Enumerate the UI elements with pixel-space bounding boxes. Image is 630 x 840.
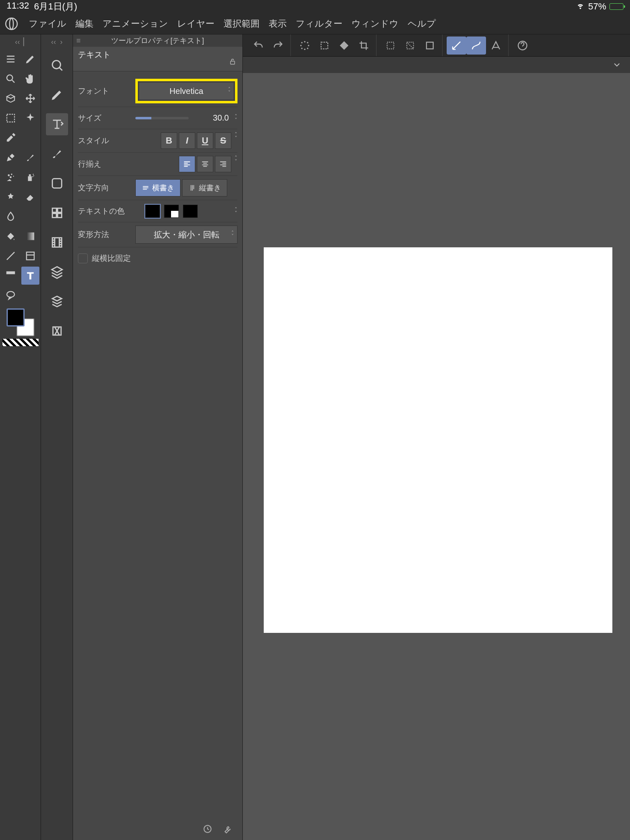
pen-icon[interactable] xyxy=(21,50,39,68)
transparency-swatch[interactable] xyxy=(2,339,39,346)
underline-button[interactable]: U xyxy=(197,132,213,149)
brush-icon[interactable] xyxy=(21,148,39,167)
bold-button[interactable]: B xyxy=(161,132,177,149)
subtool-grid-icon[interactable] xyxy=(46,202,68,224)
sparkle-icon[interactable] xyxy=(21,109,39,127)
frame-icon[interactable] xyxy=(21,247,39,265)
spray-icon[interactable] xyxy=(21,168,39,186)
hamburger-icon[interactable]: ≡ xyxy=(76,37,81,45)
subtool-film-icon[interactable] xyxy=(46,231,68,253)
panel-title-bar[interactable]: ≡ ツールプロパティ[テキスト] xyxy=(73,34,242,47)
color-swatches[interactable] xyxy=(7,308,34,336)
blend-icon[interactable] xyxy=(2,208,20,226)
subtool-text-icon[interactable] xyxy=(46,113,68,135)
3d-icon[interactable] xyxy=(2,89,20,107)
menu-window[interactable]: ウィンドウ xyxy=(352,18,399,30)
label-font: フォント xyxy=(78,86,131,96)
line-icon[interactable] xyxy=(2,247,20,265)
subtool-layers-icon[interactable] xyxy=(46,261,68,283)
snap-curve-icon[interactable] xyxy=(466,37,486,55)
color-spinner-icon[interactable]: ˄˅ xyxy=(235,208,237,215)
text-tool-icon[interactable] xyxy=(21,267,39,285)
align-center-button[interactable] xyxy=(197,156,213,172)
crop-icon[interactable] xyxy=(354,37,374,55)
magnify-icon[interactable] xyxy=(2,70,20,88)
align-left-button[interactable] xyxy=(179,156,195,172)
snap-perspective-icon[interactable] xyxy=(486,37,506,55)
svg-rect-7 xyxy=(28,176,32,181)
align-spinner-icon[interactable]: ˄˅ xyxy=(235,156,237,172)
menu-animation[interactable]: アニメーション xyxy=(103,18,168,30)
font-dropdown[interactable]: Helvetica ˄˅ xyxy=(139,82,234,100)
svg-point-11 xyxy=(32,176,33,177)
fill-icon[interactable] xyxy=(2,227,20,245)
reset-icon[interactable] xyxy=(202,824,213,836)
direction-vertical-button[interactable]: 縦書き xyxy=(182,179,227,196)
redo-button[interactable] xyxy=(268,37,288,55)
solid-rect-icon[interactable] xyxy=(420,37,440,55)
svg-rect-17 xyxy=(52,208,56,212)
marquee-icon[interactable] xyxy=(2,109,20,127)
app-logo-icon[interactable] xyxy=(3,16,20,32)
diamond-icon[interactable] xyxy=(334,37,354,55)
size-slider[interactable] xyxy=(135,117,189,119)
decorate-icon[interactable] xyxy=(2,188,20,206)
ruler-icon[interactable] xyxy=(2,267,20,285)
menu-view[interactable]: 表示 xyxy=(269,18,287,30)
subtool-shape-icon[interactable] xyxy=(46,172,68,194)
svg-rect-34 xyxy=(387,42,394,48)
canvas-zone[interactable] xyxy=(243,73,630,840)
align-right-button[interactable] xyxy=(215,156,231,172)
gradient-icon[interactable] xyxy=(21,227,39,245)
eraser-icon[interactable] xyxy=(21,188,39,206)
menu-layer[interactable]: レイヤー xyxy=(177,18,215,30)
menu-filter[interactable]: フィルター xyxy=(296,18,342,30)
help-icon[interactable] xyxy=(513,37,532,55)
subtool-search-icon[interactable] xyxy=(46,54,68,76)
italic-button[interactable]: I xyxy=(179,132,195,149)
transform-dropdown[interactable]: 拡大・縮小・回転 ˄˅ xyxy=(135,226,237,244)
airbrush-icon[interactable] xyxy=(2,168,20,186)
spinner-icon[interactable]: ˄˅ xyxy=(235,114,237,122)
aspect-checkbox[interactable] xyxy=(78,253,88,263)
eyedropper-icon[interactable] xyxy=(2,129,20,147)
correct-icon[interactable] xyxy=(21,286,39,304)
collapse-row[interactable] xyxy=(243,57,630,73)
marquee-dashed-icon[interactable] xyxy=(315,37,334,55)
text-color-third[interactable] xyxy=(183,205,198,218)
subtool-pen-icon[interactable] xyxy=(46,84,68,106)
chevron-down-icon[interactable] xyxy=(612,60,622,70)
menu-help[interactable]: ヘルプ xyxy=(408,18,436,30)
menu-edit[interactable]: 編集 xyxy=(75,18,94,30)
sub-tool-handle[interactable]: ‹‹ › xyxy=(51,37,63,47)
move-icon[interactable] xyxy=(21,89,39,107)
lock-icon[interactable] xyxy=(228,57,237,68)
text-color-sub[interactable] xyxy=(164,205,179,218)
foreground-color-swatch[interactable] xyxy=(7,308,25,326)
subtool-trash-icon[interactable] xyxy=(46,320,68,342)
battery-percent: 57% xyxy=(588,1,606,12)
canvas[interactable] xyxy=(264,247,612,633)
menu-icon[interactable] xyxy=(2,50,20,68)
undo-button[interactable] xyxy=(249,37,268,55)
loading-icon[interactable] xyxy=(295,37,315,55)
wrench-icon[interactable] xyxy=(222,824,233,836)
menu-selection[interactable]: 選択範囲 xyxy=(224,18,260,30)
menu-file[interactable]: ファイル xyxy=(29,18,66,30)
balloon-icon[interactable] xyxy=(2,286,20,304)
dashed-rect2-icon[interactable] xyxy=(400,37,420,55)
pen2-icon[interactable] xyxy=(2,148,20,167)
hand-icon[interactable] xyxy=(21,70,39,88)
dashed-rect-icon[interactable] xyxy=(381,37,400,55)
size-value[interactable]: 30.0 xyxy=(213,113,229,123)
toolbox-handle[interactable]: ‹‹ ⎮ xyxy=(15,37,26,47)
snap-arrow-icon[interactable] xyxy=(447,37,466,55)
row-size: サイズ 30.0 ˄˅ xyxy=(78,107,237,129)
text-color-main[interactable] xyxy=(145,205,160,218)
strike-button[interactable]: S xyxy=(215,132,231,149)
style-spinner-icon[interactable]: ˄˅ xyxy=(235,132,237,149)
subtool-brush-icon[interactable] xyxy=(46,143,68,165)
subtool-stack-icon[interactable] xyxy=(46,290,68,313)
direction-horizontal-button[interactable]: 横書き xyxy=(135,179,180,196)
panel-footer xyxy=(73,819,242,840)
